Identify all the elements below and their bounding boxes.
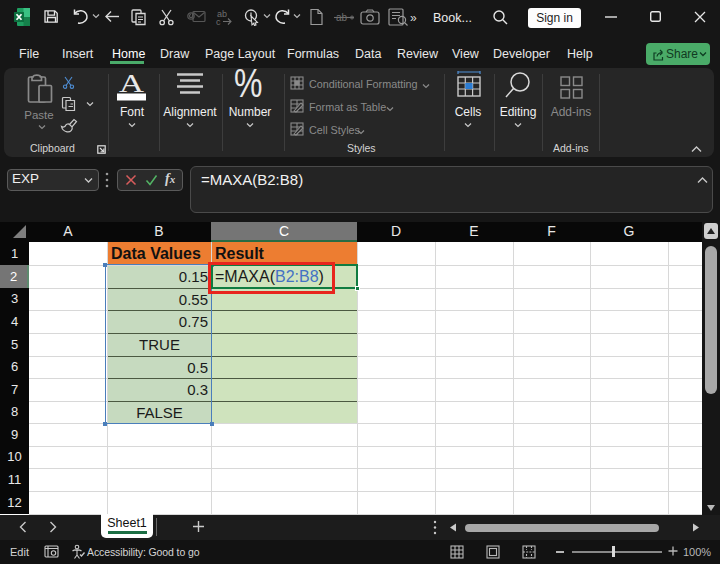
svg-text:c: c bbox=[216, 17, 221, 26]
